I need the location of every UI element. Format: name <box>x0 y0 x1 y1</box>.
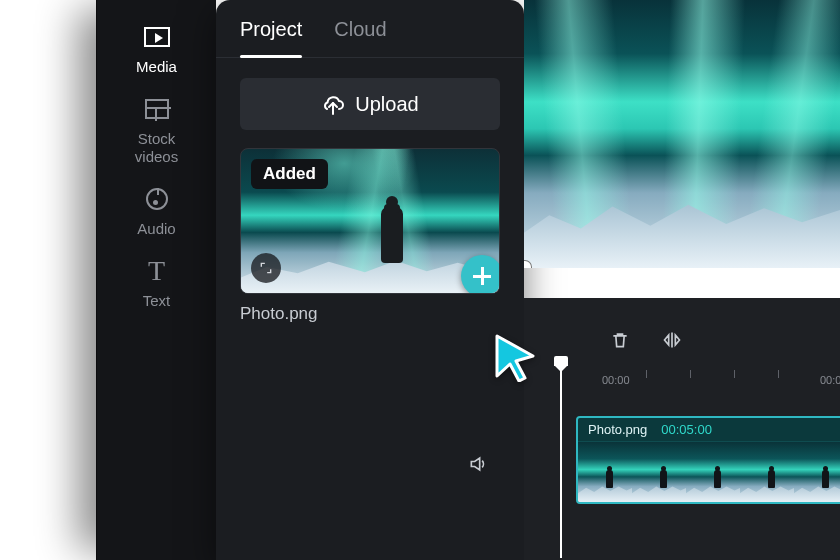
sidebar-item-audio[interactable]: Audio <box>97 184 216 238</box>
expand-button[interactable] <box>251 253 281 283</box>
tab-cloud[interactable]: Cloud <box>334 18 386 57</box>
sidebar: Media Stock videos Audio T Text <box>96 0 216 560</box>
media-item[interactable]: Added Photo.png <box>240 148 500 324</box>
sidebar-item-media[interactable]: Media <box>97 22 216 76</box>
timeline-ruler[interactable]: 00:00 00:03 <box>560 370 840 392</box>
tab-project[interactable]: Project <box>240 18 302 57</box>
media-filename: Photo.png <box>240 304 500 324</box>
add-to-timeline-button[interactable] <box>461 255 500 294</box>
audio-icon <box>142 184 172 214</box>
upload-label: Upload <box>355 93 418 116</box>
templates-icon <box>142 94 172 124</box>
volume-icon[interactable] <box>468 454 488 478</box>
sidebar-item-label: Text <box>143 292 171 310</box>
timeline-toolbar <box>608 328 684 352</box>
added-badge: Added <box>251 159 328 189</box>
sidebar-item-label: Audio <box>137 220 175 238</box>
delete-button[interactable] <box>608 328 632 352</box>
text-icon: T <box>142 256 172 286</box>
cloud-upload-icon <box>321 95 343 113</box>
mirror-button[interactable] <box>660 328 684 352</box>
panel-tabs: Project Cloud <box>216 0 524 58</box>
ruler-label: 00:03 <box>820 374 840 386</box>
playhead[interactable] <box>560 358 562 558</box>
timeline: 00:00 00:03 Photo.png 00:05:00 <box>524 298 840 560</box>
media-thumbnail[interactable]: Added <box>240 148 500 294</box>
clip-duration: 00:05:00 <box>661 422 712 437</box>
sidebar-item-label: Stock videos <box>135 130 178 166</box>
media-icon <box>142 22 172 52</box>
sidebar-item-stock-videos[interactable]: Stock videos <box>97 94 216 166</box>
ruler-label: 00:00 <box>602 374 630 386</box>
sidebar-item-label: Media <box>136 58 177 76</box>
upload-button[interactable]: Upload <box>240 78 500 130</box>
clip-filename: Photo.png <box>588 422 647 437</box>
preview-canvas[interactable] <box>524 0 840 268</box>
clip-filmstrip <box>578 442 840 502</box>
sidebar-item-text[interactable]: T Text <box>97 256 216 310</box>
timeline-clip[interactable]: Photo.png 00:05:00 <box>576 416 840 504</box>
